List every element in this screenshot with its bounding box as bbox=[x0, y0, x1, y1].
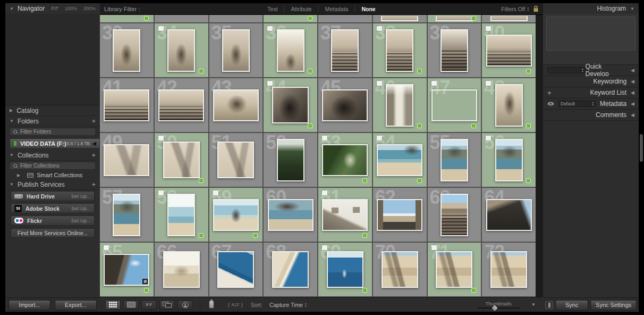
pick-flag-icon[interactable] bbox=[486, 26, 491, 31]
photo-thumbnail[interactable] bbox=[486, 35, 532, 67]
survey-view-button[interactable] bbox=[159, 300, 175, 310]
grid-cell[interactable]: 35 bbox=[209, 23, 264, 78]
photo-thumbnail[interactable] bbox=[486, 199, 532, 231]
folder-expand-icon[interactable]: ◀ bbox=[92, 140, 96, 146]
pick-flag-icon[interactable] bbox=[486, 81, 491, 86]
compare-view-button[interactable]: XY bbox=[141, 300, 157, 310]
grid-cell[interactable]: 68 bbox=[264, 243, 318, 297]
photo-thumbnail[interactable] bbox=[431, 89, 477, 121]
folders-section-header[interactable]: ▼ Folders + bbox=[5, 116, 100, 127]
import-button[interactable]: Import... bbox=[9, 300, 50, 310]
grid-cell[interactable]: 34 bbox=[155, 23, 209, 78]
filter-folders-input[interactable]: Filter Folders bbox=[10, 128, 96, 136]
grid-cell[interactable]: 50 bbox=[155, 133, 209, 188]
pick-flag-icon[interactable] bbox=[377, 136, 382, 140]
grid-cell[interactable]: 44 bbox=[264, 78, 318, 133]
painter-tool-icon[interactable] bbox=[209, 301, 214, 308]
grid-cell[interactable]: 39 bbox=[428, 23, 482, 78]
grid-cell[interactable]: 58 bbox=[155, 188, 209, 243]
grid-cell[interactable] bbox=[428, 15, 482, 23]
zoom-100[interactable]: 100% bbox=[65, 6, 77, 11]
histogram-section-header[interactable]: Histogram ▼ bbox=[543, 3, 639, 14]
photo-thumbnail[interactable] bbox=[495, 139, 523, 181]
add-publish-service-button[interactable]: + bbox=[91, 181, 96, 188]
photo-thumbnail[interactable] bbox=[436, 251, 472, 288]
metadata-section-header[interactable]: Default ▴▾ Metadata ◀ bbox=[543, 98, 639, 110]
pick-flag-icon[interactable] bbox=[213, 190, 218, 195]
filter-mode-metadata[interactable]: Metadata bbox=[319, 6, 355, 12]
photo-thumbnail[interactable] bbox=[377, 144, 422, 176]
lock-icon[interactable] bbox=[533, 5, 539, 12]
quick-develop-section-header[interactable]: ▴▾ Quick Develop ◀ bbox=[543, 65, 639, 76]
pick-flag-icon[interactable] bbox=[267, 26, 273, 31]
catalog-section-header[interactable]: ▶ Catalog bbox=[5, 105, 100, 116]
pick-flag-icon[interactable] bbox=[158, 136, 164, 140]
publish-service-flickr[interactable]: Flickr Set Up... bbox=[11, 215, 95, 226]
eye-icon[interactable] bbox=[547, 102, 554, 106]
grid-cell[interactable]: 55 bbox=[428, 133, 482, 188]
grid-cell[interactable] bbox=[264, 15, 318, 23]
grid-cell[interactable]: 57 bbox=[100, 188, 155, 243]
grid-cell[interactable] bbox=[209, 15, 264, 23]
zoom-fit[interactable]: FIT bbox=[51, 6, 58, 11]
photo-thumbnail[interactable] bbox=[277, 139, 304, 181]
grid-cell[interactable]: 36 bbox=[264, 23, 318, 78]
pick-flag-icon[interactable] bbox=[322, 190, 327, 195]
grid-cell[interactable] bbox=[373, 15, 428, 23]
photo-thumbnail[interactable] bbox=[490, 16, 528, 21]
grid-cell[interactable] bbox=[482, 15, 536, 23]
photo-thumbnail[interactable]: ▦ bbox=[104, 254, 149, 286]
photo-thumbnail[interactable] bbox=[436, 16, 473, 21]
grid-cell[interactable]: 40 bbox=[482, 23, 536, 78]
photo-thumbnail[interactable] bbox=[163, 142, 200, 178]
grid-cell[interactable]: 64 bbox=[482, 188, 536, 243]
photo-thumbnail[interactable] bbox=[440, 29, 468, 72]
autosync-toggle[interactable] bbox=[545, 301, 553, 309]
photo-thumbnail[interactable] bbox=[272, 87, 309, 123]
photo-thumbnail[interactable] bbox=[495, 84, 523, 127]
grid-cell[interactable]: 38 bbox=[373, 23, 428, 78]
pick-flag-icon[interactable] bbox=[322, 245, 327, 250]
grid-scrollbar-gutter[interactable] bbox=[536, 15, 543, 297]
photo-thumbnail[interactable] bbox=[167, 29, 195, 72]
grid-cell[interactable] bbox=[100, 15, 155, 23]
grid-cell[interactable]: 67 bbox=[209, 243, 264, 297]
photo-thumbnail[interactable] bbox=[113, 194, 140, 236]
photo-thumbnail[interactable] bbox=[377, 199, 422, 231]
grid-cell[interactable]: 41 bbox=[100, 78, 155, 133]
navigator-header[interactable]: ▼ Navigator FIT 100% 300% bbox=[5, 3, 100, 14]
zoom-300[interactable]: 300% bbox=[83, 6, 96, 11]
sort-direction-button[interactable]: ( A▴▾Z ) bbox=[228, 302, 243, 308]
grid-cell[interactable]: 65▦ bbox=[100, 243, 155, 297]
service-setup-link[interactable]: Set Up... bbox=[71, 205, 91, 211]
pick-flag-icon[interactable] bbox=[486, 136, 491, 140]
grid-cell[interactable]: 72 bbox=[482, 243, 536, 297]
pick-flag-icon[interactable] bbox=[158, 190, 164, 195]
grid-cell[interactable]: 54 bbox=[373, 133, 428, 188]
grid-cell[interactable]: 49 bbox=[100, 133, 155, 188]
pick-flag-icon[interactable] bbox=[431, 81, 437, 86]
thumbnail-size-slider[interactable] bbox=[477, 308, 520, 309]
photo-thumbnail[interactable] bbox=[322, 199, 368, 231]
grid-cell[interactable] bbox=[318, 15, 373, 23]
grid-cell[interactable]: 66 bbox=[155, 243, 209, 297]
filter-mode-attribute[interactable]: Attribute bbox=[285, 6, 319, 12]
grid-cell[interactable]: 62 bbox=[373, 188, 428, 243]
find-more-services-button[interactable]: Find More Services Online... bbox=[11, 228, 95, 238]
photo-thumbnail[interactable] bbox=[213, 199, 259, 231]
pick-flag-icon[interactable] bbox=[431, 245, 437, 250]
grid-cell[interactable]: 60 bbox=[264, 188, 318, 243]
filter-mode-none[interactable]: None bbox=[355, 6, 382, 12]
publish-service-hard-drive[interactable]: Hard Drive Set Up... bbox=[11, 191, 95, 201]
publish-services-section-header[interactable]: ▼ Publish Services + bbox=[5, 179, 100, 190]
grid-cell[interactable]: 37 bbox=[318, 23, 373, 78]
add-folder-button[interactable]: + bbox=[91, 118, 96, 125]
grid-cell[interactable]: 56 bbox=[482, 133, 536, 188]
grid-cell[interactable]: 69 bbox=[318, 243, 373, 297]
folder-item-video-data[interactable]: VIDEO DATA (F:) 0.8 / 1.8 TB ◀ bbox=[10, 138, 100, 148]
grid-cell[interactable]: 52 bbox=[264, 133, 318, 188]
photo-thumbnail[interactable] bbox=[440, 194, 468, 236]
export-button[interactable]: Export... bbox=[55, 300, 97, 310]
photo-thumbnail[interactable] bbox=[440, 139, 468, 181]
saved-preset-dropdown[interactable]: ▴▾ bbox=[547, 67, 586, 73]
